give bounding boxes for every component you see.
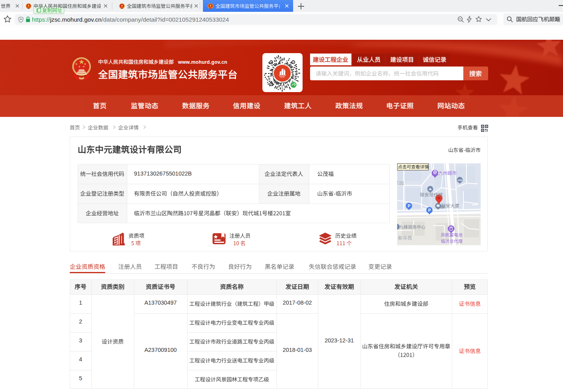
svg-text:P: P (428, 208, 431, 213)
svg-text:P: P (408, 204, 411, 208)
svg-text:ATM: ATM (457, 179, 462, 181)
